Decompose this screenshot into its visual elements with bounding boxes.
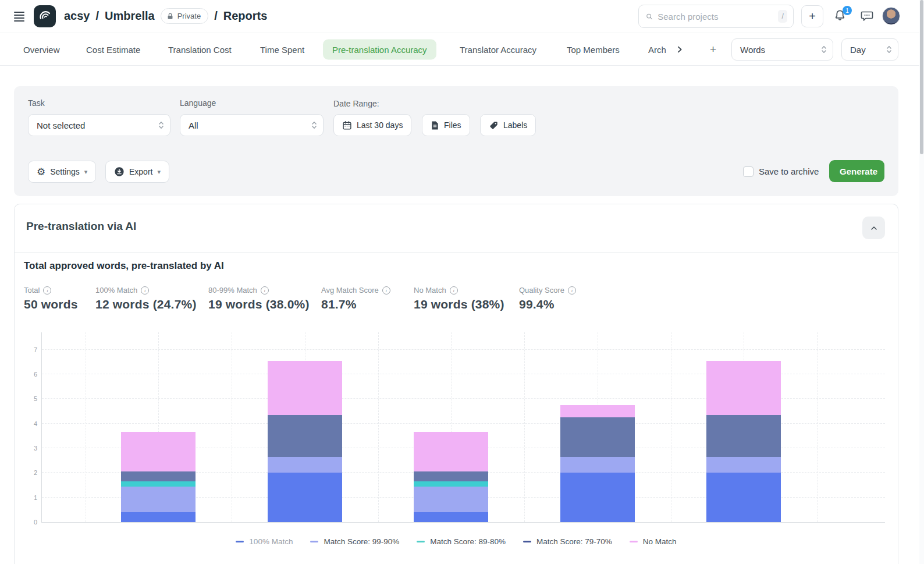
save-to-archive-label: Save to archive — [759, 166, 819, 176]
legend-swatch — [310, 541, 318, 542]
search-box[interactable]: / — [638, 5, 794, 28]
breadcrumb-org[interactable]: acsy — [64, 9, 90, 23]
tab-top-members[interactable]: Top Members — [567, 44, 620, 54]
breadcrumb-project[interactable]: Umbrella — [105, 9, 155, 23]
task-select[interactable]: Not selected — [28, 114, 170, 136]
language-select[interactable]: All — [180, 114, 324, 136]
search-input[interactable] — [658, 12, 773, 22]
date-range-label: Date Range: — [333, 99, 379, 108]
files-filter-button[interactable]: Files — [422, 114, 470, 136]
bar-segment[interactable] — [560, 417, 635, 457]
legend-item[interactable]: Match Score: 99-90% — [310, 537, 399, 546]
tab-overview[interactable]: Overview — [23, 44, 60, 54]
labels-filter-button[interactable]: Labels — [480, 114, 536, 136]
settings-dropdown-button[interactable]: ⚙ Settings ▾ — [28, 161, 96, 183]
bar-segment[interactable] — [268, 457, 342, 473]
labels-filter-label: Labels — [503, 120, 527, 130]
y-axis-tick-label: 2 — [23, 469, 37, 476]
tab-time-spent[interactable]: Time Spent — [260, 44, 304, 54]
bar-segment[interactable] — [121, 432, 196, 471]
bar-segment[interactable] — [268, 361, 342, 415]
chevron-right-icon — [675, 45, 684, 54]
download-icon — [114, 166, 125, 177]
tab-cost-estimate[interactable]: Cost Estimate — [86, 44, 140, 54]
bar-segment[interactable] — [560, 405, 635, 417]
tabs-scroll-right-button[interactable] — [675, 45, 684, 54]
chart-legend: 100% MatchMatch Score: 99-90%Match Score… — [15, 537, 898, 546]
y-axis-tick-label: 1 — [23, 494, 37, 501]
info-icon[interactable]: i — [43, 286, 51, 295]
legend-label: 100% Match — [249, 537, 293, 546]
unit-select[interactable]: Words — [731, 38, 833, 61]
legend-swatch — [417, 541, 425, 542]
date-range-button[interactable]: Last 30 days — [333, 114, 411, 136]
user-avatar[interactable] — [882, 7, 900, 25]
card-title: Pre-translation via AI — [26, 220, 136, 233]
bar-segment[interactable] — [560, 457, 635, 473]
messages-button[interactable] — [860, 10, 874, 23]
stat-label: Total — [24, 286, 40, 295]
bar-segment[interactable] — [706, 361, 781, 415]
legend-label: Match Score: 99-90% — [324, 537, 399, 546]
collapse-card-button[interactable] — [862, 217, 885, 239]
legend-item[interactable]: No Match — [630, 537, 677, 546]
select-arrows-icon — [158, 120, 164, 130]
export-dropdown-button[interactable]: Export ▾ — [105, 161, 169, 183]
info-icon[interactable]: i — [382, 286, 390, 295]
legend-item[interactable]: 100% Match — [236, 537, 293, 546]
tab-translator-accuracy[interactable]: Translator Accuracy — [460, 44, 536, 54]
task-select-value: Not selected — [37, 120, 85, 130]
file-icon — [431, 120, 439, 130]
bar-segment[interactable] — [121, 512, 196, 522]
create-project-button[interactable]: + — [801, 5, 823, 27]
select-arrows-icon — [886, 45, 892, 54]
bar-segment[interactable] — [268, 415, 342, 457]
chart-plot: 01234567 — [41, 332, 885, 523]
gridline-x — [378, 332, 379, 522]
stat-avg-match-score: Avg Match Scorei 81.7% — [321, 286, 390, 311]
scrollbar-thumb[interactable] — [920, 0, 923, 154]
tab-archive-truncated[interactable]: Arch — [648, 44, 667, 54]
notifications-button[interactable]: 1 — [833, 9, 848, 24]
legend-item[interactable]: Match Score: 89-80% — [417, 537, 506, 546]
tab-pretranslation-accuracy[interactable]: Pre-translation Accuracy — [323, 39, 436, 59]
info-icon[interactable]: i — [141, 286, 149, 295]
bar-segment[interactable] — [121, 487, 196, 512]
legend-item[interactable]: Match Score: 79-70% — [523, 537, 612, 546]
generate-button[interactable]: Generate — [829, 160, 884, 182]
bar-segment[interactable] — [414, 432, 488, 471]
legend-swatch — [523, 541, 531, 542]
info-icon[interactable]: i — [261, 286, 269, 295]
hamburger-menu-icon[interactable] — [14, 10, 26, 22]
app-logo[interactable] — [34, 5, 56, 27]
stat-value: 99.4% — [519, 297, 576, 311]
legend-swatch — [236, 541, 244, 542]
bar-segment[interactable] — [268, 473, 342, 522]
bar-segment[interactable] — [121, 481, 196, 486]
y-axis-tick-label: 3 — [23, 445, 37, 452]
save-to-archive-checkbox[interactable] — [743, 166, 754, 177]
chevron-up-icon — [869, 224, 879, 233]
bar-segment[interactable] — [706, 457, 781, 473]
bar-segment[interactable] — [121, 471, 196, 481]
bar-segment[interactable] — [560, 473, 635, 522]
period-select[interactable]: Day — [841, 38, 898, 61]
add-tab-button[interactable]: + — [710, 43, 716, 56]
bar-segment[interactable] — [414, 481, 488, 486]
info-icon[interactable]: i — [450, 286, 458, 295]
export-label: Export — [129, 167, 152, 176]
gear-icon: ⚙ — [37, 166, 45, 178]
caret-down-icon: ▾ — [84, 168, 88, 176]
bar-segment[interactable] — [706, 473, 781, 522]
page-scrollbar[interactable] — [919, 0, 924, 564]
info-icon[interactable]: i — [568, 286, 576, 295]
logo-icon — [37, 9, 52, 24]
language-label: Language — [180, 98, 216, 108]
bar-segment[interactable] — [414, 512, 488, 522]
bar-segment[interactable] — [414, 487, 488, 512]
breadcrumb: acsy / Umbrella Private / Reports — [64, 8, 267, 24]
bar-segment[interactable] — [706, 415, 781, 457]
tab-translation-cost[interactable]: Translation Cost — [168, 44, 232, 54]
bar-segment[interactable] — [414, 471, 488, 481]
privacy-badge: Private — [161, 8, 208, 24]
